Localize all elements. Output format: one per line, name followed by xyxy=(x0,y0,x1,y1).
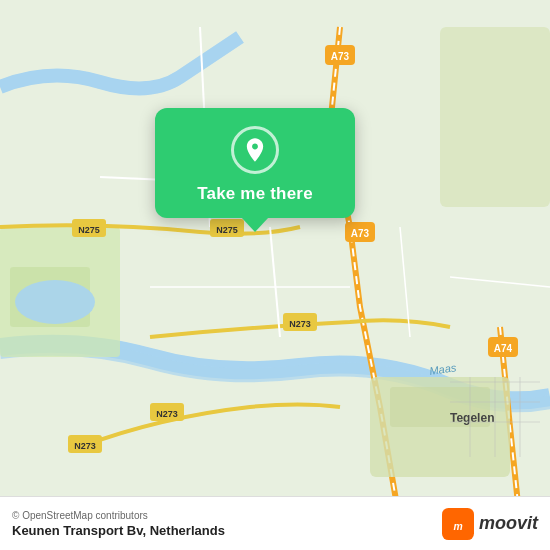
svg-text:A73: A73 xyxy=(351,228,370,239)
copyright-text: © OpenStreetMap contributors xyxy=(12,510,225,521)
map-background: A73 A73 A74 N275 N275 N273 N273 N273 Maa… xyxy=(0,0,550,550)
svg-text:N275: N275 xyxy=(216,225,238,235)
svg-text:N273: N273 xyxy=(289,319,311,329)
svg-point-12 xyxy=(15,280,95,324)
moovit-brand-icon: m xyxy=(442,508,474,540)
svg-text:N273: N273 xyxy=(156,409,178,419)
svg-text:A74: A74 xyxy=(494,343,513,354)
svg-rect-11 xyxy=(440,27,550,207)
location-name: Keunen Transport Bv, Netherlands xyxy=(12,523,225,538)
location-popup[interactable]: Take me there xyxy=(155,108,355,218)
svg-text:N273: N273 xyxy=(74,441,96,451)
moovit-brand-text: moovit xyxy=(479,513,538,534)
svg-text:N275: N275 xyxy=(78,225,100,235)
location-pin-icon xyxy=(241,136,269,164)
svg-text:A73: A73 xyxy=(331,51,350,62)
bottom-left-info: © OpenStreetMap contributors Keunen Tran… xyxy=(12,510,225,538)
svg-text:m: m xyxy=(453,520,462,531)
map-container: A73 A73 A74 N275 N275 N273 N273 N273 Maa… xyxy=(0,0,550,550)
svg-text:Tegelen: Tegelen xyxy=(450,411,494,425)
location-icon-wrapper xyxy=(231,126,279,174)
moovit-logo: m moovit xyxy=(442,508,538,540)
take-me-there-button[interactable]: Take me there xyxy=(197,184,313,204)
bottom-bar: © OpenStreetMap contributors Keunen Tran… xyxy=(0,496,550,550)
